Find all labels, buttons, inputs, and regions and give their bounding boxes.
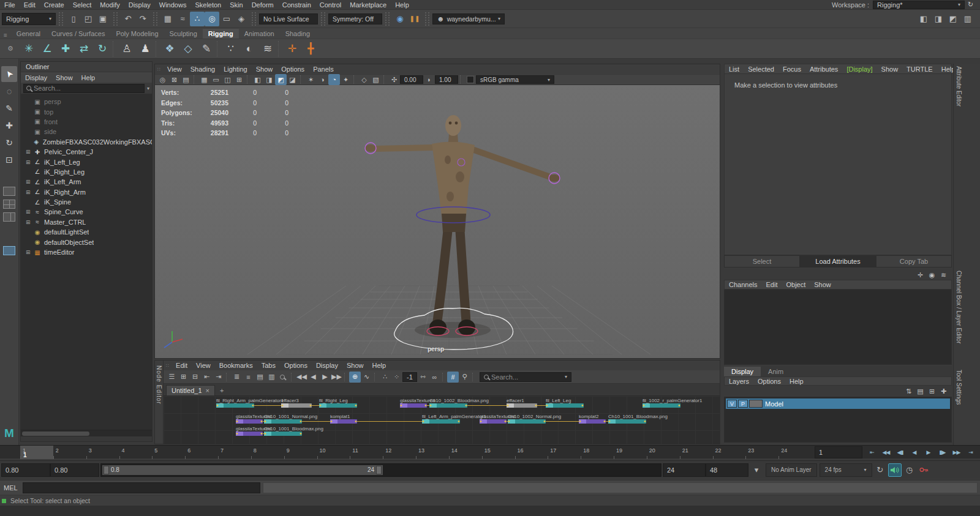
panel-drag-handle[interactable]: ∷ (164, 363, 172, 368)
account-dropdown[interactable]: ☻ waynedarbymu... ▾ (432, 13, 505, 24)
menu-create[interactable]: Create (40, 1, 69, 9)
expand-icon[interactable]: ⊞ (26, 149, 33, 155)
shadows-icon[interactable]: ◑ (317, 74, 328, 85)
group-handle[interactable] (153, 12, 157, 26)
shelf-tab-curves-surfaces[interactable]: Curves / Surfaces (46, 29, 110, 39)
viewport-canvas[interactable]: Verts:2525100Edges:5023500Polygons:25040… (155, 85, 720, 358)
rotate-tool[interactable]: ↻ (1, 135, 17, 151)
expand-icon[interactable]: ⊞ (26, 249, 33, 255)
mel-command-input[interactable] (23, 482, 260, 493)
lighting-display-icon[interactable]: ◪ (287, 74, 298, 85)
anim-layer-button[interactable]: No Anim Layer (766, 463, 817, 477)
select-camera-icon[interactable]: ◎ (157, 74, 168, 85)
channel-box-menu-show[interactable]: Show (810, 281, 835, 288)
shelf-tab-sculpting[interactable]: Sculpting (164, 29, 203, 39)
range-slider-handle[interactable]: 0.8 24 (102, 465, 383, 475)
add-influence-icon[interactable]: ✛ (283, 40, 301, 58)
viewport-menu-shading[interactable]: Shading (186, 65, 219, 73)
render-view-icon[interactable]: ◉ (393, 12, 407, 26)
align-right-icon[interactable]: ▤ (254, 372, 266, 383)
wireframe-display-icon[interactable]: ◧ (252, 74, 263, 85)
new-scene-icon[interactable]: ▯ (66, 12, 81, 26)
grid-toggle-icon[interactable]: # (447, 372, 459, 383)
mirror-joint-icon[interactable]: ⇄ (75, 40, 93, 58)
time-slider[interactable]: 1 12345678910111213141516171819202122232… (0, 445, 980, 458)
outliner-item-master-ctrl[interactable]: ⊞≈Master_CTRL (21, 217, 152, 227)
node-editor-menu-display[interactable]: Display (312, 362, 342, 369)
exposure-field[interactable]: 0.00 (400, 75, 423, 84)
node-effacer3[interactable]: effacer3 (281, 398, 312, 408)
move-tool[interactable]: ✚ (1, 118, 17, 133)
channel-box-menu-object[interactable]: Object (782, 281, 810, 288)
save-scene-icon[interactable]: ▣ (96, 12, 110, 26)
live-surface-field[interactable]: No Live Surface (259, 13, 318, 24)
outliner-item-ik-spine[interactable]: ∠iK_Spine (21, 197, 152, 207)
zombie-model[interactable] (365, 115, 560, 335)
search-input[interactable]: Search... (23, 84, 145, 93)
align-center-icon[interactable]: ≡ (243, 372, 254, 383)
new-tab-button[interactable]: + (215, 386, 228, 395)
side-tab-attribute-editor[interactable]: Attribute Editor (956, 66, 962, 107)
quick-rig-icon[interactable]: ♙ (118, 40, 136, 58)
shelf-options-icon[interactable]: ⚙ (1, 40, 20, 58)
copy-tab-button[interactable]: Copy Tab (876, 255, 952, 267)
channel-speed-icon[interactable]: ◉ (926, 269, 938, 280)
bind-skin-icon[interactable]: ❖ (160, 40, 179, 58)
layer-playback-toggle[interactable]: P (738, 400, 748, 408)
insert-joint-icon[interactable]: ✚ (56, 40, 75, 58)
humanik-icon[interactable]: ♟ (136, 40, 154, 58)
next-key-button[interactable]: ▮▶ (935, 446, 949, 459)
close-tab-icon[interactable]: × (206, 387, 209, 394)
step-back-icon[interactable]: ◀ (307, 372, 319, 383)
blend-shape-icon[interactable]: ◐ (240, 40, 258, 58)
layout-four-pane-button[interactable] (3, 200, 15, 209)
shelf-tab-animation[interactable]: Animation (239, 29, 280, 39)
outliner-menu-help[interactable]: Help (77, 74, 100, 81)
snap-to-projected-center-icon[interactable]: ◎ (205, 12, 219, 26)
node-editor-menu-view[interactable]: View (192, 362, 215, 369)
traversal-depth-field[interactable]: -1 (402, 372, 417, 382)
node-graph[interactable]: fil_Right_Arm_palmGenerator1effacer3fil_… (164, 396, 720, 444)
create-layer-from-selected-icon[interactable]: ✚ (938, 386, 949, 397)
node-editor-menu-tabs[interactable]: Tabs (257, 362, 280, 369)
node-editor-menu-help[interactable]: Help (368, 362, 391, 369)
channel-hyperbolic-icon[interactable]: ≋ (938, 269, 949, 280)
rearrange-graph-icon[interactable]: ☰ (166, 372, 178, 383)
outliner-menu-show[interactable]: Show (51, 74, 77, 81)
outliner-item-persp[interactable]: ▣persp (21, 97, 152, 107)
layout-persp-outliner-button[interactable] (3, 246, 15, 255)
expand-icon[interactable]: ⊞ (26, 219, 33, 225)
outliner-item-ik-right-leg[interactable]: ∠iK_Right_Leg (21, 167, 152, 177)
playback-end-field[interactable]: 24 (663, 463, 706, 477)
layer-color-swatch[interactable] (749, 400, 763, 408)
step-back-frame-button[interactable]: ◀◀ (879, 446, 893, 459)
node-ch10-1002-bloodmax-png[interactable]: Ch10_1002_Bloodmax.png (429, 398, 489, 408)
sort-layers-icon[interactable]: ⇅ (903, 386, 914, 397)
layer-row-model[interactable]: V P Model (726, 398, 950, 409)
additive-graphing-icon[interactable]: ⊕ (349, 372, 361, 383)
wrap-deformer-icon[interactable]: ≋ (258, 40, 277, 58)
range-options-dropdown-icon[interactable]: ▾ (750, 463, 763, 477)
node-komplat2[interactable]: komplat2 (579, 414, 606, 424)
outliner-item-defaultobjectset[interactable]: ◉defaultObjectSet (21, 237, 152, 247)
make-live-icon[interactable]: ◈ (234, 12, 249, 26)
toggle-channel-box-icon[interactable]: ▥ (960, 12, 975, 26)
side-tab-channel-box-layer-editor[interactable]: Channel Box / Layer Editor (956, 271, 962, 344)
camera-attributes-icon[interactable]: ▤ (180, 74, 192, 85)
node-editor-menu-bookmarks[interactable]: Bookmarks (215, 362, 257, 369)
cluster-icon[interactable]: ∵ (222, 40, 240, 58)
create-empty-layer-icon[interactable]: ⊞ (926, 386, 938, 397)
viewport-menu-show[interactable]: Show (252, 65, 277, 73)
animation-start-field[interactable]: 0.80 (1, 463, 50, 477)
playback-loop-icon[interactable]: ↻ (873, 463, 887, 477)
add-to-graph-icon[interactable]: ⊞ (178, 372, 189, 383)
go-to-end-button[interactable]: ⇥ (963, 446, 978, 459)
expand-icon[interactable]: ⊞ (26, 179, 33, 185)
outliner-item-spine-curve[interactable]: ⊞≈Spine_Curve (21, 207, 152, 217)
filter-dropdown-icon[interactable]: ▾ (147, 86, 149, 91)
group-handle[interactable] (252, 12, 256, 26)
menu-skin[interactable]: Skin (225, 1, 247, 9)
select-tool[interactable]: ➤ (1, 66, 17, 82)
node-fil-left-leg[interactable]: fil_Left_Leg (546, 398, 584, 408)
set-key-icon[interactable] (918, 463, 931, 477)
